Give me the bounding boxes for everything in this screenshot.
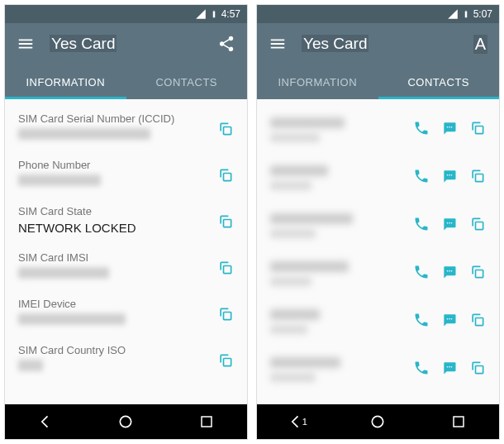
contact-actions bbox=[413, 264, 486, 284]
status-time: 5:07 bbox=[473, 8, 492, 20]
copy-icon[interactable] bbox=[217, 167, 234, 187]
svg-rect-0 bbox=[224, 127, 231, 135]
tabs: INFORMATION CONTACTS bbox=[5, 64, 247, 99]
svg-point-13 bbox=[449, 174, 450, 176]
battery-icon bbox=[210, 8, 218, 20]
svg-point-24 bbox=[447, 318, 449, 320]
svg-point-32 bbox=[373, 416, 383, 427]
nav-recent[interactable] bbox=[182, 404, 231, 439]
app-title: Yes Card bbox=[302, 35, 473, 53]
sms-icon[interactable] bbox=[441, 360, 458, 380]
contact-name bbox=[270, 165, 413, 190]
info-label: IMEI Device bbox=[18, 298, 234, 310]
copy-icon[interactable] bbox=[217, 260, 234, 279]
contact-row[interactable] bbox=[257, 250, 499, 298]
phone-left: 4:57 Yes Card INFORMATION CONTACTS SIM C… bbox=[4, 4, 248, 440]
contact-row[interactable] bbox=[257, 298, 499, 346]
info-row: SIM Card StateNETWORK LOCKED bbox=[5, 198, 247, 245]
svg-rect-7 bbox=[202, 417, 212, 427]
menu-icon[interactable] bbox=[269, 35, 287, 53]
svg-rect-11 bbox=[476, 127, 483, 134]
copy-icon[interactable] bbox=[469, 168, 486, 188]
copy-icon[interactable] bbox=[469, 360, 486, 380]
svg-rect-19 bbox=[476, 222, 483, 230]
copy-icon[interactable] bbox=[469, 216, 486, 236]
svg-point-10 bbox=[451, 127, 453, 128]
sms-icon[interactable] bbox=[441, 168, 458, 188]
sms-icon[interactable] bbox=[441, 312, 458, 332]
info-label: SIM Card Country ISO bbox=[18, 344, 234, 356]
sms-icon[interactable] bbox=[441, 264, 458, 284]
copy-icon[interactable] bbox=[469, 120, 486, 140]
svg-point-26 bbox=[451, 318, 453, 320]
sms-icon[interactable] bbox=[441, 216, 458, 236]
info-value: NETWORK LOCKED bbox=[18, 221, 234, 235]
contact-row[interactable] bbox=[257, 106, 499, 154]
call-icon[interactable] bbox=[413, 360, 430, 380]
nav-back[interactable] bbox=[21, 404, 70, 439]
nav-bar bbox=[5, 404, 247, 439]
share-icon[interactable] bbox=[217, 35, 235, 53]
menu-icon[interactable] bbox=[17, 35, 35, 53]
svg-point-22 bbox=[451, 270, 453, 272]
tab-contacts[interactable]: CONTACTS bbox=[378, 64, 500, 99]
tab-information[interactable]: INFORMATION bbox=[257, 64, 378, 99]
info-label: SIM Card Serial Number (ICCID) bbox=[18, 112, 234, 125]
info-row: IMEI Device bbox=[5, 291, 247, 337]
svg-rect-1 bbox=[224, 174, 231, 181]
nav-bar: 1 bbox=[257, 404, 499, 439]
sms-icon[interactable] bbox=[441, 120, 458, 140]
info-row: SIM Card IMSI bbox=[5, 245, 247, 291]
contact-name bbox=[270, 213, 413, 238]
copy-icon[interactable] bbox=[217, 121, 234, 141]
info-value bbox=[18, 313, 234, 327]
contact-actions bbox=[413, 216, 486, 236]
contact-name bbox=[270, 117, 413, 142]
svg-point-18 bbox=[451, 222, 453, 224]
svg-rect-23 bbox=[476, 270, 483, 278]
info-list: SIM Card Serial Number (ICCID)Phone Numb… bbox=[5, 99, 247, 404]
contact-row[interactable] bbox=[257, 202, 499, 250]
copy-icon[interactable] bbox=[469, 264, 486, 284]
battery-icon bbox=[462, 8, 470, 20]
call-icon[interactable] bbox=[413, 216, 430, 236]
call-icon[interactable] bbox=[413, 264, 430, 284]
svg-point-28 bbox=[447, 366, 449, 368]
copy-icon[interactable] bbox=[469, 312, 486, 332]
svg-point-6 bbox=[121, 416, 131, 427]
nav-back[interactable]: 1 bbox=[273, 404, 322, 439]
info-label: SIM Card IMSI bbox=[18, 251, 234, 264]
svg-point-30 bbox=[451, 366, 453, 368]
app-bar: Yes Card A bbox=[257, 23, 499, 64]
nav-home[interactable] bbox=[353, 404, 402, 439]
svg-rect-31 bbox=[476, 366, 483, 374]
nav-home[interactable] bbox=[101, 404, 150, 439]
info-value bbox=[18, 174, 234, 189]
status-bar: 5:07 bbox=[257, 5, 499, 23]
contacts-list bbox=[257, 99, 499, 404]
contact-row[interactable] bbox=[257, 346, 499, 394]
svg-point-8 bbox=[447, 127, 449, 128]
contact-name bbox=[270, 357, 413, 382]
signal-icon bbox=[195, 8, 207, 20]
tab-information[interactable]: INFORMATION bbox=[5, 64, 126, 99]
status-bar: 4:57 bbox=[5, 5, 247, 23]
call-icon[interactable] bbox=[413, 168, 430, 188]
svg-rect-2 bbox=[224, 220, 231, 227]
svg-point-16 bbox=[447, 222, 449, 224]
svg-point-9 bbox=[449, 127, 450, 128]
action-letter[interactable]: A bbox=[473, 35, 487, 54]
tabs: INFORMATION CONTACTS bbox=[257, 64, 499, 99]
tab-contacts[interactable]: CONTACTS bbox=[126, 64, 248, 99]
contact-row[interactable] bbox=[257, 154, 499, 202]
nav-recent[interactable] bbox=[434, 404, 483, 439]
copy-icon[interactable] bbox=[217, 352, 234, 372]
copy-icon[interactable] bbox=[217, 213, 234, 233]
signal-icon bbox=[447, 8, 459, 20]
info-label: Phone Number bbox=[18, 159, 234, 171]
contact-name bbox=[270, 309, 413, 334]
copy-icon[interactable] bbox=[217, 306, 234, 326]
call-icon[interactable] bbox=[413, 312, 430, 332]
svg-rect-27 bbox=[476, 318, 483, 326]
call-icon[interactable] bbox=[413, 120, 430, 140]
